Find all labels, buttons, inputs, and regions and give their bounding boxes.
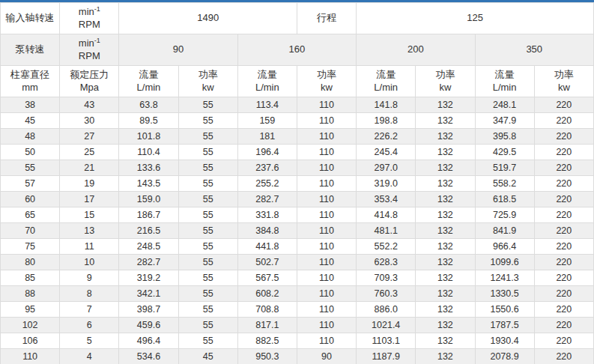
cell: 220 — [534, 145, 593, 160]
power-header: 功率 kw — [534, 66, 593, 97]
cell: 841.9 — [475, 223, 534, 239]
stroke-label: 行程 — [297, 3, 356, 34]
cell: 159.0 — [119, 192, 178, 207]
cell: 55 — [178, 160, 237, 176]
cell: 110 — [297, 318, 356, 333]
cell: 88 — [1, 286, 60, 302]
cell: 220 — [534, 129, 593, 145]
cell: 186.7 — [119, 207, 178, 223]
cell: 220 — [534, 97, 593, 113]
spec-table-body: 384363.855113.4110141.8132248.1220453089… — [1, 97, 594, 364]
cell: 220 — [534, 270, 593, 286]
cell: 110 — [297, 97, 356, 113]
input-shaft-speed-unit: min-1 RPM — [60, 3, 119, 34]
cell: 608.2 — [237, 286, 297, 302]
cell: 132 — [416, 255, 475, 270]
cell: 70 — [1, 223, 60, 239]
cell: 55 — [178, 318, 237, 333]
cell: 502.7 — [237, 255, 297, 270]
cell: 398.7 — [119, 302, 178, 318]
cell: 113.4 — [237, 97, 297, 113]
cell: 60 — [1, 192, 60, 207]
cell: 441.8 — [237, 239, 297, 255]
cell: 45 — [178, 349, 237, 364]
pump-spec-table: 输入轴转速 min-1 RPM 1490 行程 125 泵转速 min-1 RP… — [0, 2, 594, 364]
cell: 708.8 — [237, 302, 297, 318]
cell: 25 — [60, 145, 119, 160]
cell: 132 — [416, 160, 475, 176]
cell: 220 — [534, 318, 593, 333]
power-header: 功率 kw — [178, 66, 237, 97]
cell: 132 — [416, 97, 475, 113]
cell: 395.8 — [475, 129, 534, 145]
table-row: 453089.555159110198.8132347.9220 — [1, 113, 594, 129]
cell: 628.3 — [357, 255, 416, 270]
cell: 248.5 — [119, 239, 178, 255]
cell: 237.6 — [237, 160, 297, 176]
cell: 817.1 — [237, 318, 297, 333]
table-row: 5025110.455196.4110245.4132429.5220 — [1, 145, 594, 160]
cell: 133.6 — [119, 160, 178, 176]
cell: 7 — [60, 302, 119, 318]
cell: 55 — [178, 97, 237, 113]
cell: 110 — [297, 239, 356, 255]
cell: 132 — [416, 302, 475, 318]
rated-pressure-header: 额定压力 Mpa — [60, 66, 119, 97]
cell: 63.8 — [119, 97, 178, 113]
cell: 15 — [60, 207, 119, 223]
cell: 220 — [534, 176, 593, 192]
cell: 55 — [178, 176, 237, 192]
cell: 618.5 — [475, 192, 534, 207]
cell: 101.8 — [119, 129, 178, 145]
cell: 216.5 — [119, 223, 178, 239]
cell: 132 — [416, 192, 475, 207]
cell: 110 — [297, 255, 356, 270]
cell: 1330.5 — [475, 286, 534, 302]
cell: 55 — [178, 333, 237, 349]
cell: 4 — [60, 349, 119, 364]
cell: 496.4 — [119, 333, 178, 349]
cell: 220 — [534, 113, 593, 129]
cell: 110 — [297, 145, 356, 160]
cell: 132 — [416, 349, 475, 364]
cell: 55 — [178, 286, 237, 302]
cell: 132 — [416, 333, 475, 349]
cell: 1099.6 — [475, 255, 534, 270]
table-row: 8010282.755502.7110628.31321099.6220 — [1, 255, 594, 270]
cell: 110 — [297, 286, 356, 302]
cell: 102 — [1, 318, 60, 333]
cell: 1103.1 — [357, 333, 416, 349]
cell: 55 — [178, 270, 237, 286]
table-row: 1065496.455882.51101103.11321930.4220 — [1, 333, 594, 349]
table-row: 859319.255567.5110709.31321241.3220 — [1, 270, 594, 286]
cell: 1187.9 — [357, 349, 416, 364]
cell: 519.7 — [475, 160, 534, 176]
cell: 10 — [60, 255, 119, 270]
table-row: 1026459.655817.11101021.41321787.5220 — [1, 318, 594, 333]
cell: 38 — [1, 97, 60, 113]
cell: 882.5 — [237, 333, 297, 349]
cell: 255.2 — [237, 176, 297, 192]
cell: 245.4 — [357, 145, 416, 160]
table-row: 7013216.555384.8110481.1132841.9220 — [1, 223, 594, 239]
cell: 220 — [534, 302, 593, 318]
table-row: 4827101.855181110226.2132395.8220 — [1, 129, 594, 145]
cell: 110 — [297, 223, 356, 239]
header-row-input-speed: 输入轴转速 min-1 RPM 1490 行程 125 — [1, 3, 594, 34]
cell: 353.4 — [357, 192, 416, 207]
cell: 55 — [178, 192, 237, 207]
cell: 110 — [297, 333, 356, 349]
cell: 141.8 — [357, 97, 416, 113]
cell: 220 — [534, 255, 593, 270]
cell: 90 — [297, 349, 356, 364]
cell: 220 — [534, 239, 593, 255]
cell: 55 — [178, 129, 237, 145]
cell: 55 — [178, 207, 237, 223]
cell: 558.2 — [475, 176, 534, 192]
flow-header: 流量 L/min — [237, 66, 297, 97]
cell: 55 — [178, 113, 237, 129]
table-row: 5719143.555255.2110319.0132558.2220 — [1, 176, 594, 192]
cell: 331.8 — [237, 207, 297, 223]
cell: 55 — [178, 255, 237, 270]
unit-exponent: -1 — [94, 37, 100, 44]
